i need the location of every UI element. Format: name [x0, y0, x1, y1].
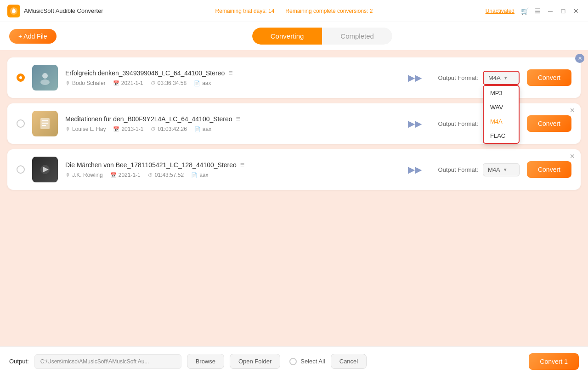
chevron-down-icon-3: ▼: [503, 167, 508, 172]
file-format-2: 📄 aax: [194, 126, 211, 132]
unactivated-link[interactable]: Unactivated: [486, 8, 514, 14]
arrow-icon-3: ▶▶: [399, 164, 431, 175]
tab-completed[interactable]: Completed: [322, 28, 392, 45]
format-option-m4a[interactable]: M4A: [484, 114, 519, 129]
cancel-button[interactable]: Cancel: [331, 354, 367, 369]
format-option-wav[interactable]: WAV: [484, 100, 519, 114]
svg-point-2: [40, 79, 50, 85]
convert-btn-3[interactable]: Convert: [527, 161, 571, 178]
format-dropdown-menu: MP3 WAV M4A FLAC: [483, 85, 520, 144]
close-card-3-icon[interactable]: ✕: [570, 153, 575, 159]
file-author-2: 🎙 Louise L. Hay: [65, 126, 106, 132]
author-icon-1: 🎙: [65, 80, 70, 86]
file-author-3: 🎙 J.K. Rowling: [65, 172, 103, 178]
format-option-mp3[interactable]: MP3: [484, 86, 519, 100]
output-format-1: Output Format: M4A ▼ MP3 WAV M4A FLAC: [438, 71, 520, 85]
output-label-1: Output Format:: [438, 74, 478, 81]
file-radio-1[interactable]: [17, 74, 25, 82]
date-icon-3: 📅: [110, 172, 117, 178]
close-icon[interactable]: ✕: [571, 6, 581, 16]
file-format-3: 📄 aax: [191, 172, 208, 178]
minimize-icon[interactable]: ─: [546, 6, 555, 16]
file-desc-icon-2: ≡: [236, 115, 240, 123]
select-all-group: Select All: [289, 358, 325, 365]
format-icon-1: 📄: [194, 80, 200, 86]
clock-icon-2: ⏱: [151, 126, 156, 132]
format-icon-3: 📄: [191, 172, 198, 178]
file-radio-2[interactable]: [17, 119, 25, 128]
format-dropdown-1: M4A ▼ MP3 WAV M4A FLAC: [483, 71, 520, 85]
titlebar: AMusicSoft Audible Converter Remaining t…: [0, 0, 588, 22]
output-format-3: Output Format: M4A ▼: [438, 163, 520, 176]
file-thumb-2: [32, 111, 58, 136]
open-folder-button[interactable]: Open Folder: [230, 354, 280, 369]
format-option-flac[interactable]: FLAC: [484, 129, 519, 143]
arrow-icon-2: ▶▶: [399, 118, 431, 129]
cart-icon[interactable]: 🛒: [520, 6, 529, 16]
close-card-1-icon[interactable]: ✕: [575, 54, 584, 63]
select-all-label: Select All: [300, 358, 325, 365]
date-icon-2: 📅: [113, 126, 119, 132]
file-desc-icon-1: ≡: [228, 69, 232, 77]
file-format-1: 📄 aax: [194, 80, 211, 86]
file-card-3: ✕ Die Märchen von Bee_1781105421_LC_128_…: [7, 149, 581, 190]
menu-icon[interactable]: ☰: [533, 6, 542, 16]
trial-info-bar: Remaining trial days: 14 Remaining compl…: [215, 8, 373, 14]
file-name-3: Die Märchen von Bee_1781105421_LC_128_44…: [65, 161, 237, 169]
select-all-radio[interactable]: [289, 358, 297, 365]
file-thumb-1: [32, 65, 58, 91]
window-controls: 🛒 ☰ ─ □ ✕: [520, 6, 581, 16]
convert-all-button[interactable]: Convert 1: [529, 353, 579, 370]
file-author-1: 🎙 Bodo Schäfer: [65, 80, 106, 86]
format-icon-2: 📄: [194, 126, 201, 132]
convert-btn-2[interactable]: Convert: [527, 115, 571, 132]
file-duration-3: ⏱ 01:43:57.52: [148, 172, 184, 178]
file-info-3: Die Märchen von Bee_1781105421_LC_128_44…: [65, 161, 391, 178]
trial-days: Remaining trial days: 14: [215, 8, 275, 14]
file-duration-1: ⏱ 03:36:34.58: [151, 80, 187, 86]
file-info-2: Meditationen für den_B00F9Y2L4A_LC_64_44…: [65, 115, 391, 132]
output-path: C:\Users\micso\AMusicSoft\AMusicSoft Au.…: [34, 354, 181, 369]
chevron-down-icon-1: ▼: [503, 75, 508, 80]
format-dropdown-3: M4A ▼: [483, 163, 520, 176]
file-info-1: Erfolgreich denken_3949399046_LC_64_4410…: [65, 69, 391, 86]
convert-btn-1[interactable]: Convert: [527, 69, 571, 86]
file-meta-1: 🎙 Bodo Schäfer 📅 2021-1-1 ⏱ 03:36:34.58 …: [65, 80, 391, 86]
clock-icon-3: ⏱: [148, 172, 153, 178]
output-label-2: Output Format:: [438, 120, 478, 127]
format-select-btn-3[interactable]: M4A ▼: [483, 163, 520, 176]
file-duration-2: ⏱ 01:03:42.26: [151, 126, 187, 132]
date-icon-1: 📅: [113, 80, 119, 86]
tab-group: Converting Completed: [252, 28, 392, 45]
svg-point-1: [42, 73, 48, 79]
arrow-icon-1: ▶▶: [399, 72, 431, 83]
titlebar-right: Unactivated 🛒 ☰ ─ □ ✕: [486, 6, 581, 16]
output-label-bottom: Output:: [9, 358, 29, 365]
file-desc-icon-3: ≡: [240, 161, 244, 169]
file-thumb-3: [32, 157, 58, 182]
file-meta-3: 🎙 J.K. Rowling 📅 2021-1-1 ⏱ 01:43:57.52 …: [65, 172, 391, 178]
author-icon-3: 🎙: [65, 172, 70, 178]
app-logo: [7, 5, 20, 17]
add-file-button[interactable]: + Add File: [9, 29, 57, 44]
file-name-2: Meditationen für den_B00F9Y2L4A_LC_64_44…: [65, 115, 232, 123]
browse-button[interactable]: Browse: [187, 354, 224, 369]
app-title: AMusicSoft Audible Converter: [24, 7, 103, 14]
trial-conversions: Remaining complete conversions: 2: [285, 8, 373, 14]
output-label-3: Output Format:: [438, 166, 478, 173]
file-date-2: 📅 2013-1-1: [113, 126, 143, 132]
file-date-3: 📅 2021-1-1: [110, 172, 141, 178]
file-radio-3[interactable]: [17, 165, 25, 174]
tab-converting[interactable]: Converting: [252, 28, 322, 45]
toolbar: + Add File Converting Completed: [0, 22, 588, 50]
file-list: ✕ Erfolgreich denken_3949399046_LC_64_44…: [0, 50, 588, 346]
file-meta-2: 🎙 Louise L. Hay 📅 2013-1-1 ⏱ 01:03:42.26…: [65, 126, 391, 132]
maximize-icon[interactable]: □: [559, 6, 568, 16]
author-icon-2: 🎙: [65, 126, 70, 132]
file-name-1: Erfolgreich denken_3949399046_LC_64_4410…: [65, 69, 225, 77]
format-select-btn-1[interactable]: M4A ▼: [483, 71, 520, 85]
bottom-bar: Output: C:\Users\micso\AMusicSoft\AMusic…: [0, 346, 588, 376]
file-card-1: ✕ Erfolgreich denken_3949399046_LC_64_44…: [7, 57, 581, 98]
close-card-2-icon[interactable]: ✕: [570, 107, 575, 113]
clock-icon-1: ⏱: [151, 80, 156, 86]
